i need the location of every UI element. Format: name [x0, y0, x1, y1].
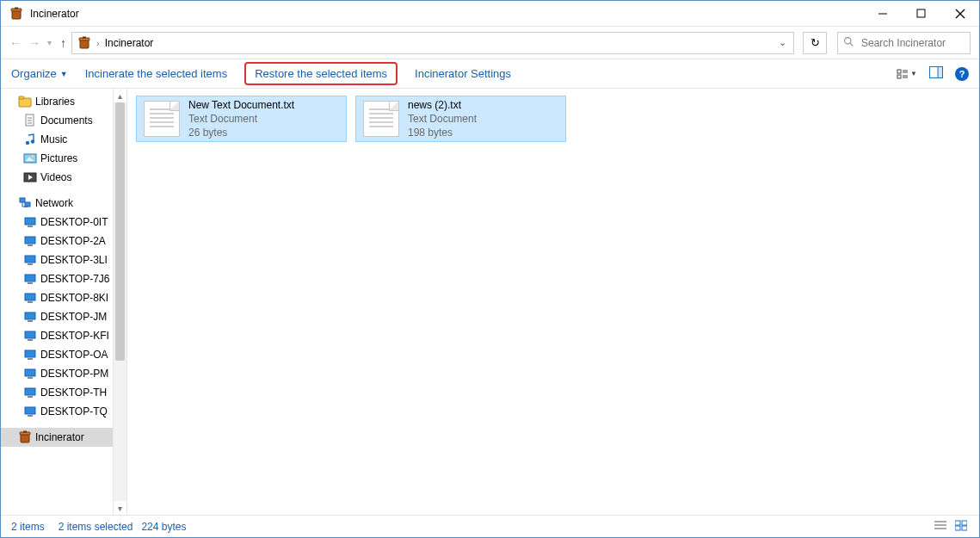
file-meta: New Text Document.txt Text Document 26 b… — [188, 98, 294, 140]
libraries-icon — [18, 95, 32, 108]
tree-node-computer[interactable]: DESKTOP-TQ — [1, 402, 126, 421]
svg-rect-19 — [938, 67, 943, 78]
tree-node-computer[interactable]: DESKTOP-8KI — [1, 288, 126, 307]
address-bar: ← → ▾ ↑ › Incinerator ⌄ ↻ — [1, 27, 979, 59]
tree-label: Documents — [40, 114, 93, 127]
tree-label: DESKTOP-KFI — [40, 330, 109, 342]
scroll-track[interactable] — [114, 102, 126, 501]
search-input[interactable] — [860, 36, 965, 50]
svg-rect-58 — [28, 415, 33, 417]
preview-pane-button[interactable] — [929, 66, 943, 81]
file-item[interactable]: news (2).txt Text Document 198 bytes — [355, 96, 566, 142]
tiles-view-button[interactable] — [953, 518, 969, 535]
music-icon — [23, 133, 37, 146]
tree-label: DESKTOP-OA — [40, 349, 108, 361]
svg-rect-67 — [955, 526, 960, 530]
search-box[interactable] — [837, 32, 971, 54]
svg-rect-38 — [28, 226, 33, 227]
file-list: New Text Document.txt Text Document 26 b… — [136, 96, 971, 142]
svg-rect-48 — [28, 320, 33, 322]
tree-node-computer[interactable]: DESKTOP-JM — [1, 307, 126, 326]
incinerator-settings-button[interactable]: Incinerator Settings — [415, 67, 511, 80]
status-view-switcher — [933, 518, 969, 535]
incinerator-icon — [18, 430, 32, 444]
svg-point-26 — [26, 141, 29, 145]
command-bar: Organize ▼ Incinerate the selected items… — [1, 59, 979, 89]
svg-rect-51 — [25, 350, 35, 357]
tree-label: DESKTOP-8KI — [40, 292, 108, 304]
svg-rect-43 — [25, 275, 35, 281]
nav-scrollbar[interactable]: ▴ ▾ — [113, 89, 126, 515]
svg-point-10 — [845, 37, 851, 43]
computer-icon — [23, 329, 37, 343]
computer-icon — [23, 348, 37, 362]
up-button[interactable]: ↑ — [60, 36, 66, 50]
tree-node-music[interactable]: Music — [1, 130, 126, 149]
chevron-right-icon[interactable]: › — [96, 38, 100, 48]
tree-node-computer[interactable]: DESKTOP-PM — [1, 364, 126, 383]
address-dropdown[interactable]: ⌄ — [777, 37, 788, 48]
videos-icon — [23, 170, 37, 184]
tree-node-computer[interactable]: DESKTOP-TH — [1, 383, 126, 402]
tree-node-pictures[interactable]: Pictures — [1, 149, 126, 168]
restore-selected-button[interactable]: Restore the selected items — [244, 62, 398, 85]
svg-rect-55 — [25, 388, 35, 395]
svg-rect-37 — [25, 218, 35, 225]
title-bar: Incinerator — [1, 1, 979, 27]
refresh-button[interactable]: ↻ — [803, 32, 827, 54]
computer-icon — [23, 253, 37, 267]
help-button[interactable]: ? — [955, 67, 969, 81]
forward-button[interactable]: → — [28, 36, 40, 50]
computer-icon — [23, 234, 37, 248]
back-button[interactable]: ← — [9, 36, 22, 50]
svg-rect-42 — [28, 263, 33, 265]
tree-node-computer[interactable]: DESKTOP-7J6 — [1, 269, 126, 288]
maximize-button[interactable] — [902, 1, 940, 26]
tree-node-documents[interactable]: Documents — [1, 111, 126, 130]
tree-label: DESKTOP-7J6 — [40, 273, 109, 285]
tree-label: Libraries — [35, 96, 75, 108]
incinerate-selected-button[interactable]: Incinerate the selected items — [85, 67, 227, 80]
view-options-button[interactable]: ▼ — [897, 68, 917, 80]
computer-icon — [23, 215, 37, 229]
scroll-up-button[interactable]: ▴ — [114, 89, 126, 102]
file-item[interactable]: New Text Document.txt Text Document 26 b… — [136, 96, 347, 142]
svg-rect-52 — [28, 358, 33, 360]
scroll-down-button[interactable]: ▾ — [114, 501, 126, 515]
svg-rect-4 — [917, 9, 925, 17]
minimize-button[interactable] — [863, 1, 902, 26]
tree-node-computer[interactable]: DESKTOP-KFI — [1, 326, 126, 345]
body-split: Libraries Documents Music Pictures — [1, 89, 979, 515]
nav-tree: Libraries Documents Music Pictures — [1, 89, 126, 447]
tree-node-libraries[interactable]: Libraries — [1, 92, 126, 111]
details-view-button[interactable] — [933, 518, 948, 535]
history-dropdown[interactable]: ▾ — [47, 38, 52, 47]
svg-rect-44 — [28, 282, 33, 284]
scroll-thumb[interactable] — [115, 102, 125, 361]
tree-label: DESKTOP-0IT — [40, 216, 108, 228]
tree-node-network[interactable]: Network — [1, 194, 126, 213]
search-icon — [843, 36, 854, 50]
tree-node-incinerator[interactable]: Incinerator — [1, 428, 126, 447]
tree-node-computer[interactable]: DESKTOP-2A — [1, 232, 126, 250]
breadcrumb-location[interactable]: Incinerator — [105, 37, 154, 49]
organize-menu[interactable]: Organize ▼ — [11, 67, 68, 80]
tree-node-computer[interactable]: DESKTOP-OA — [1, 345, 126, 364]
svg-rect-47 — [25, 312, 35, 319]
tree-node-videos[interactable]: Videos — [1, 168, 126, 187]
tree-label: Music — [40, 133, 67, 145]
svg-rect-2 — [15, 7, 18, 9]
tree-node-computer[interactable]: DESKTOP-0IT — [1, 213, 126, 232]
svg-rect-65 — [955, 521, 960, 525]
breadcrumb[interactable]: › Incinerator ⌄ — [71, 32, 794, 54]
file-name: New Text Document.txt — [188, 98, 294, 112]
svg-rect-21 — [19, 96, 24, 99]
svg-rect-56 — [28, 396, 33, 398]
tree-label: DESKTOP-3LI — [40, 254, 108, 266]
tree-node-computer[interactable]: DESKTOP-3LI — [1, 250, 126, 269]
svg-rect-9 — [83, 36, 86, 38]
content-view[interactable]: New Text Document.txt Text Document 26 b… — [127, 89, 979, 515]
svg-rect-13 — [897, 75, 901, 78]
tree-label: Incinerator — [35, 431, 84, 443]
close-button[interactable] — [940, 1, 979, 26]
